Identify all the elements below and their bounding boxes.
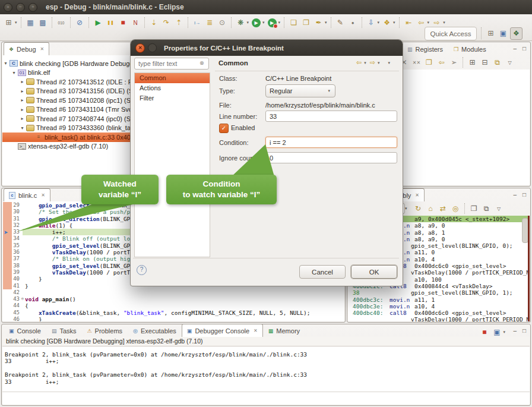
track-expression-icon[interactable]: ◎ [450,203,461,214]
lamp-icon[interactable]: ❖ [381,17,392,29]
tree-expander-icon[interactable]: ▸ [19,89,26,94]
fold-collapse-icon[interactable]: ⊖ [21,296,24,302]
new-wizard-icon-dropdown[interactable]: ▾ [15,20,17,25]
tree-expander-icon[interactable]: ▸ [19,97,26,103]
skip-breakpoint-pointer-icon[interactable]: ➢ [448,57,460,68]
line-number-input[interactable] [265,111,397,122]
condition-input[interactable] [265,137,397,148]
tab-console[interactable]: ▣Console [4,324,46,337]
sync-with-context-icon[interactable]: ⇄ [438,203,449,214]
location-dropdown[interactable]: ▾ [405,206,407,211]
breakpoint-current-line-icon[interactable]: ➤ [4,229,8,235]
dialog-maximize-button[interactable] [148,43,157,52]
enabled-checkbox[interactable]: ✓ [219,124,229,133]
close-icon[interactable]: ✕ [254,328,258,333]
search-icon-dropdown[interactable]: ▾ [325,20,327,25]
skip-all-breakpoints-icon[interactable]: ⊘ [74,17,86,29]
show-disassembly-icon[interactable]: ≣ [204,17,216,29]
annotation-icon[interactable]: ● [347,17,359,29]
display-selected-console-icon[interactable]: ▣ [491,326,502,337]
open-perspective-icon[interactable]: ⊞ [485,28,496,39]
collapse-all-icon[interactable]: ⊟ [479,57,490,68]
tab-executables[interactable]: ◎Executables [128,324,182,337]
expand-all-icon[interactable]: ⊞ [467,57,478,68]
pin-view-icon[interactable]: ⧉ [481,203,492,214]
download-icon[interactable]: ⇩ [366,17,377,29]
lamp-icon-dropdown[interactable]: ▾ [393,20,395,25]
last-edit-location-icon[interactable]: ⇤ [403,17,414,29]
resume-icon[interactable]: ▶ [93,17,104,29]
tree-expander-icon[interactable]: ▸ [19,107,26,112]
debug-button[interactable]: ❋ [235,17,246,29]
show-breakpoints-for-selected-icon[interactable]: ❐ [423,57,435,68]
maximize-button[interactable]: + [28,3,37,12]
suspend-icon[interactable]: ❚❚ [105,17,116,29]
close-icon[interactable]: ✕ [415,193,419,198]
back-icon[interactable]: ⇦ [356,59,362,67]
display-selected-console-icon-dropdown[interactable]: ▾ [503,330,505,335]
view-menu-icon[interactable]: ▽ [504,57,515,68]
external-tools-button[interactable]: ▶ [268,18,277,27]
clear-filter-icon[interactable]: ⊗ [200,60,204,66]
link-with-debug-icon[interactable]: ⧉ [492,57,503,68]
minimize-icon[interactable]: ‒ [513,327,517,334]
new-view-icon[interactable]: ❐ [468,203,480,214]
ok-button[interactable]: OK [351,265,397,279]
debug-button-dropdown[interactable]: ▾ [247,20,249,25]
console-output[interactable]: Breakpoint 2, blink_task (pvParameter=0x… [2,347,530,405]
dialog-nav-item-actions[interactable]: Actions [135,83,210,93]
dialog-nav-item-filter[interactable]: Filter [135,93,210,103]
close-icon[interactable]: ✕ [41,193,45,198]
back-icon-dropdown[interactable]: ▾ [428,20,430,25]
tree-expander-icon[interactable]: ▾ [11,70,17,75]
cancel-button[interactable]: Cancel [299,265,346,279]
open-element-icon[interactable]: ❐ [300,17,312,29]
back-icon[interactable]: ⇦ [416,17,427,29]
search-icon[interactable]: ✒ [313,17,324,29]
back-dropdown[interactable]: ▾ [364,61,366,65]
forward-icon[interactable]: ⇨ [370,59,375,67]
tab-memory[interactable]: ▦Memory [263,324,305,337]
minimize-icon[interactable]: ‒ [513,45,517,52]
help-icon[interactable]: ? [137,265,147,275]
run-button[interactable]: ▶ [252,18,261,27]
type-select[interactable]: Regular ▾ [265,84,335,97]
tab-registers[interactable]: ▥Registers [402,42,448,55]
tree-expander-icon[interactable]: ▸ [19,79,26,84]
tab-blink-c[interactable]: c blink.c ✕ [4,188,50,201]
maximize-icon[interactable]: □ [522,45,526,52]
remove-all-breakpoints-icon[interactable]: ✕✕ [411,57,422,68]
tab-problems[interactable]: ⚠Problems [82,324,128,337]
step-return-icon[interactable]: ⇡ [173,17,185,29]
overlay-scrollbar[interactable] [528,216,530,321]
instruction-stepping-icon[interactable]: i→ [192,17,203,29]
binary-icon[interactable]: 010 [56,17,67,29]
tree-expander-icon[interactable]: ▾ [2,61,9,66]
forward-dropdown[interactable]: ▾ [378,61,380,65]
disconnect-icon[interactable]: N [130,17,141,29]
minimize-icon[interactable]: ‒ [513,191,517,198]
save-all-icon[interactable]: ▩ [37,17,49,29]
tab-tasks[interactable]: ▤Tasks [46,324,82,337]
tab-debug[interactable]: ❖ Debug ✕ [4,42,49,55]
maximize-icon[interactable]: □ [522,327,526,334]
open-resource-icon[interactable]: ❏ [288,17,299,29]
run-button-dropdown[interactable]: ▾ [262,20,265,25]
dialog-close-button[interactable]: ✕ [135,43,145,53]
go-to-file-icon[interactable]: ⇦ [436,57,447,68]
tree-expander-icon[interactable]: ▾ [19,125,26,131]
debug-perspective-icon[interactable]: ❖ [510,27,522,40]
mark-occurrences-icon[interactable]: ✎ [335,17,346,29]
terminate-console-icon[interactable]: ■ [479,326,490,337]
download-icon-dropdown[interactable]: ▾ [378,20,380,25]
ignore-count-input[interactable] [265,152,397,163]
dialog-nav-item-common[interactable]: Common [135,73,210,83]
terminate-icon[interactable]: ■ [118,17,129,29]
maximize-icon[interactable]: □ [522,191,526,198]
step-into-icon[interactable]: ⇣ [148,17,160,29]
forward-icon-dropdown[interactable]: ▾ [443,20,445,25]
filter-input[interactable] [134,58,209,70]
external-tools-button-dropdown[interactable]: ▾ [278,20,281,25]
close-button[interactable]: × [4,3,12,12]
view-menu-icon[interactable]: ▾ [388,61,390,65]
